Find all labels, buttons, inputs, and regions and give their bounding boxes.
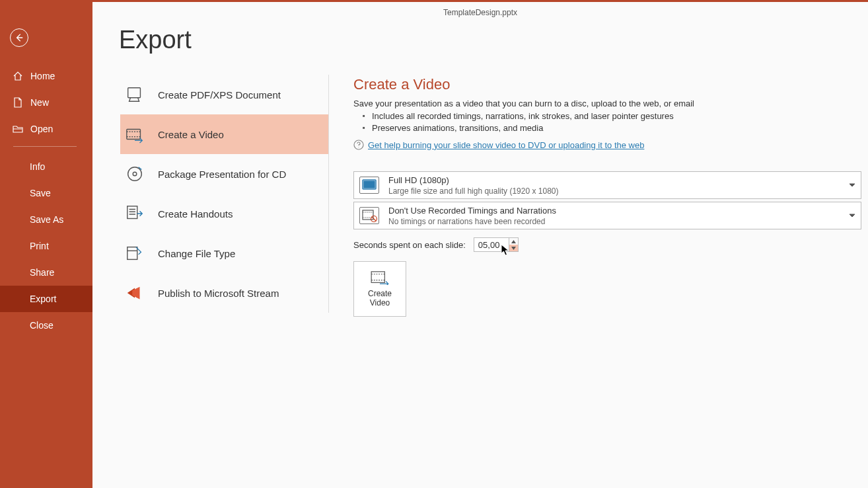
help-icon	[353, 140, 364, 150]
sidebar-item-open[interactable]: Open	[0, 116, 92, 142]
sidebar-item-share[interactable]: Share	[0, 259, 92, 286]
export-option-create-video[interactable]: Create a Video	[120, 114, 328, 154]
timings-combo[interactable]: Don't Use Recorded Timings and Narration…	[353, 202, 861, 229]
svg-point-2	[128, 167, 142, 181]
details-bullets: Includes all recorded timings, narration…	[365, 111, 861, 133]
seconds-row: Seconds spent on each slide:	[353, 237, 861, 252]
export-option-change-file-type[interactable]: Change File Type	[120, 233, 328, 273]
sidebar-item-label: Print	[30, 241, 49, 251]
details-lead: Save your presentation as a video that y…	[353, 99, 861, 108]
arrow-left-icon	[15, 33, 24, 42]
quality-sub: Large file size and full high quality (1…	[388, 186, 559, 196]
sidebar-item-save-as[interactable]: Save As	[0, 206, 92, 233]
seconds-input[interactable]	[474, 238, 509, 251]
sidebar-item-save[interactable]: Save	[0, 180, 92, 206]
sidebar-item-label: Export	[30, 294, 56, 304]
export-option-label: Package Presentation for CD	[158, 169, 286, 180]
export-options-list: Create PDF/XPS Document Create a Video P…	[120, 75, 329, 313]
help-link[interactable]: Get help burning your slide show video t…	[368, 140, 644, 150]
export-option-label: Create PDF/XPS Document	[158, 89, 281, 101]
sidebar-item-label: Save As	[30, 214, 63, 225]
timings-sub: No timings or narrations have been recor…	[388, 217, 556, 226]
svg-rect-1	[127, 130, 141, 140]
svg-rect-11	[371, 272, 384, 283]
back-button[interactable]	[10, 28, 28, 47]
monitor-icon	[359, 177, 379, 194]
handouts-icon	[125, 204, 145, 224]
help-link-row: Get help burning your slide show video t…	[353, 140, 861, 150]
quality-combo[interactable]: Full HD (1080p) Large file size and full…	[353, 171, 861, 199]
details-bullet: Preserves animations, transitions, and m…	[365, 123, 861, 133]
chevron-down-icon	[849, 210, 855, 222]
details-bullet: Includes all recorded timings, narration…	[365, 111, 861, 121]
package-cd-icon	[125, 164, 145, 184]
quality-title: Full HD (1080p)	[388, 175, 559, 185]
export-option-create-handouts[interactable]: Create Handouts	[120, 194, 328, 233]
new-icon	[13, 97, 23, 108]
spinner-up-button[interactable]	[509, 238, 518, 245]
window-title: TemplateDesign.pptx	[92, 2, 868, 17]
sidebar-item-label: Home	[30, 71, 55, 81]
export-option-package-cd[interactable]: Package Presentation for CD	[120, 154, 328, 194]
seconds-label: Seconds spent on each slide:	[353, 240, 466, 250]
create-video-button[interactable]: Create Video	[353, 261, 406, 317]
film-arrow-icon	[370, 270, 390, 285]
export-details-panel: Create a Video Save your presentation as…	[353, 76, 861, 317]
timings-title: Don't Use Recorded Timings and Narration…	[388, 206, 556, 216]
export-option-pdf-xps[interactable]: Create PDF/XPS Document	[120, 75, 328, 114]
change-file-type-icon	[125, 243, 145, 263]
sidebar-item-label: Info	[30, 161, 45, 172]
home-icon	[13, 71, 23, 81]
export-option-publish-stream[interactable]: Publish to Microsoft Stream	[120, 273, 328, 313]
export-option-label: Publish to Microsoft Stream	[158, 288, 279, 299]
export-option-label: Create a Video	[158, 129, 224, 140]
svg-rect-4	[127, 206, 137, 219]
svg-rect-9	[363, 210, 373, 220]
sidebar-item-label: Open	[30, 124, 53, 134]
sidebar-item-label: New	[30, 97, 49, 108]
create-video-icon	[125, 124, 145, 144]
sidebar-item-home[interactable]: Home	[0, 63, 92, 89]
svg-point-3	[133, 172, 137, 176]
sidebar-item-export[interactable]: Export	[0, 286, 92, 312]
export-option-label: Create Handouts	[158, 208, 233, 220]
svg-rect-8	[364, 181, 375, 188]
sidebar-item-new[interactable]: New	[0, 89, 92, 116]
stream-icon	[125, 283, 145, 303]
sidebar-item-label: Close	[30, 320, 54, 331]
export-option-label: Change File Type	[158, 248, 235, 259]
page-title: Export	[119, 26, 192, 54]
backstage-sidebar: Home New Open Info Save Save As Print Sh…	[0, 0, 92, 488]
sidebar-item-label: Share	[30, 267, 54, 278]
pdf-xps-icon	[125, 85, 145, 104]
main-panel: TemplateDesign.pptx Export Create PDF/XP…	[92, 0, 868, 488]
spinner-down-button[interactable]	[509, 245, 518, 251]
sidebar-item-print[interactable]: Print	[0, 233, 92, 259]
seconds-spinner	[474, 237, 519, 252]
sidebar-item-info[interactable]: Info	[0, 153, 92, 180]
no-timings-icon	[359, 207, 379, 224]
sidebar-item-close[interactable]: Close	[0, 312, 92, 339]
svg-rect-0	[128, 88, 141, 98]
sidebar-item-label: Save	[30, 188, 51, 198]
open-icon	[13, 124, 23, 134]
chevron-down-icon	[849, 179, 855, 191]
sidebar-separator	[13, 146, 77, 147]
details-heading: Create a Video	[353, 76, 861, 93]
create-video-button-label: Create Video	[368, 289, 392, 307]
svg-rect-5	[127, 247, 137, 260]
